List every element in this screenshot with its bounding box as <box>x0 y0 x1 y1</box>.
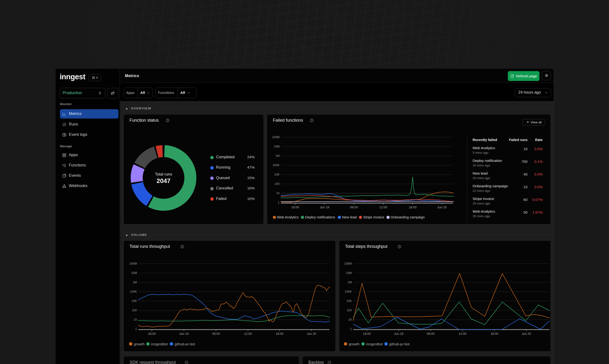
svg-text:100M: 100M <box>129 262 137 265</box>
svg-text:12:00: 12:00 <box>244 332 252 336</box>
svg-text:12:00: 12:00 <box>379 206 387 209</box>
svg-text:06:00: 06:00 <box>427 332 435 336</box>
svg-text:10M: 10M <box>131 271 137 275</box>
svg-text:Jun 19: Jun 19 <box>179 332 188 336</box>
svg-text:Jun 20: Jun 20 <box>437 206 447 209</box>
svg-text:Jun 19: Jun 19 <box>394 332 403 336</box>
svg-text:Jun 20: Jun 20 <box>522 332 531 336</box>
svg-text:10K: 10K <box>132 299 137 303</box>
svg-text:100M: 100M <box>344 262 352 265</box>
svg-text:06:00: 06:00 <box>350 206 358 209</box>
svg-text:18:00: 18:00 <box>363 332 371 336</box>
svg-text:18:00: 18:00 <box>148 332 156 336</box>
svg-text:1: 1 <box>350 327 352 331</box>
svg-text:06:00: 06:00 <box>212 332 220 336</box>
svg-text:10K: 10K <box>346 299 352 303</box>
svg-text:1M: 1M <box>348 281 352 284</box>
svg-text:100: 100 <box>132 309 137 312</box>
svg-text:100K: 100K <box>345 290 352 293</box>
svg-text:Jun 19: Jun 19 <box>320 206 329 209</box>
svg-text:12:00: 12:00 <box>459 332 467 336</box>
svg-text:1: 1 <box>135 327 137 331</box>
svg-text:10M: 10M <box>274 145 279 148</box>
svg-text:100K: 100K <box>130 290 137 293</box>
svg-text:1: 1 <box>278 201 279 204</box>
svg-text:100M: 100M <box>272 136 279 139</box>
svg-text:1M: 1M <box>276 154 279 157</box>
svg-text:18:00: 18:00 <box>291 206 299 209</box>
svg-text:100K: 100K <box>273 164 280 167</box>
svg-text:10: 10 <box>134 318 137 321</box>
svg-text:18:00: 18:00 <box>491 332 498 336</box>
svg-text:Jun 20: Jun 20 <box>307 332 316 336</box>
svg-text:100: 100 <box>275 182 279 186</box>
svg-text:10: 10 <box>276 192 279 195</box>
svg-text:1M: 1M <box>133 281 137 284</box>
svg-text:10K: 10K <box>274 173 280 176</box>
svg-text:18:00: 18:00 <box>276 332 284 336</box>
svg-text:10M: 10M <box>346 271 352 275</box>
svg-text:100: 100 <box>347 309 352 312</box>
svg-text:18:00: 18:00 <box>409 206 417 209</box>
svg-text:10: 10 <box>348 318 352 321</box>
